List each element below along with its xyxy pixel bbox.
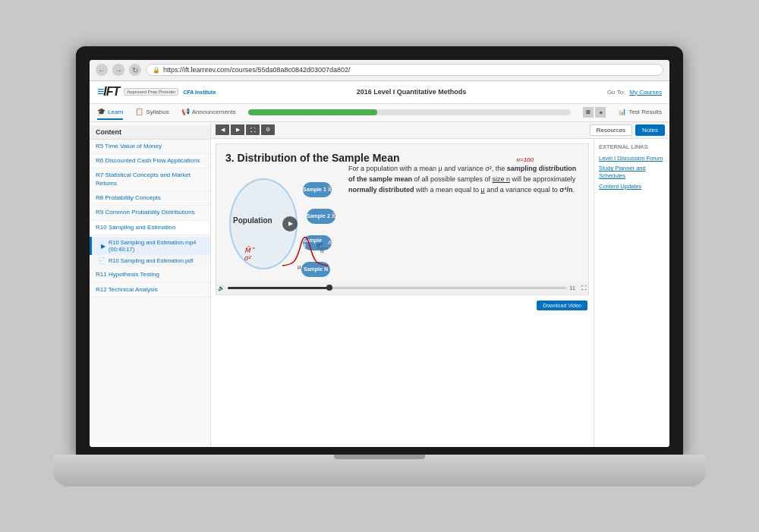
laptop-base: [53, 455, 706, 486]
goto-label: Go To:: [607, 89, 625, 96]
download-area: Download Video: [216, 295, 589, 300]
xbar2-icon: x̄: [332, 212, 335, 219]
video-file-label: R10 Sampling and Estimation.mp4 (00:49:1…: [109, 239, 201, 253]
external-link-planner[interactable]: Study Planner and Schedules: [599, 165, 665, 180]
right-sidebar: EXTERNAL LINKS Level I Discussion Forum …: [594, 139, 669, 447]
nav-syllabus-label: Syllabus: [146, 109, 168, 115]
slide-content: 3. Distribution of the Sample Mean n=100…: [216, 144, 588, 292]
right-panel: ◀ ▶ ⛶ ⚙ Resources Notes: [211, 122, 669, 447]
population-diagram: Population M̃ ˜σ² Sample 1 x̄ Sample: [225, 163, 339, 285]
sample2-label: Sample 2: [307, 213, 330, 219]
nav-learn[interactable]: 🎓 Learn: [97, 105, 123, 120]
url-text: https://ift.learnrev.com/courses/55da08a…: [163, 66, 351, 74]
laptop-bezel: ← → ↻ 🔒 https://ift.learnrev.com/courses…: [76, 46, 683, 456]
sidebar-item-r10[interactable]: R10 Sampling and Estimation: [90, 221, 210, 235]
video-thumb[interactable]: [326, 285, 332, 291]
announcements-icon: 📢: [181, 108, 190, 115]
nav-announcements[interactable]: 📢 Announcements: [181, 105, 236, 120]
external-link-updates[interactable]: Content Updates: [599, 183, 665, 190]
url-bar[interactable]: 🔒 https://ift.learnrev.com/courses/55da0…: [146, 64, 663, 76]
video-fill: [228, 287, 329, 289]
slide-text: For a population with a mean μ and varia…: [348, 163, 579, 196]
list-view-btn[interactable]: ≡: [595, 107, 606, 118]
pdf-file-label: R10 Sampling and Estimation.pdf: [109, 257, 193, 264]
sample-bubble-1: Sample 1 x̄: [303, 182, 332, 197]
sidebar-item-r12[interactable]: R12 Technical Analysis: [90, 283, 210, 297]
grid-view-btn[interactable]: ⊞: [583, 107, 594, 118]
browser-chrome: ← → ↻ 🔒 https://ift.learnrev.com/courses…: [90, 60, 669, 81]
sidebar-item-r8[interactable]: R8 Probability Concepts: [90, 191, 210, 206]
external-link-forum[interactable]: Level I Discussion Forum: [599, 155, 665, 162]
forward-button[interactable]: →: [112, 64, 124, 76]
approved-badge: Approved Prep Provider: [124, 88, 178, 96]
next-slide-btn[interactable]: ▶: [231, 124, 244, 135]
ift-logo: ≡IFT: [97, 85, 119, 99]
sample-bubble-2: Sample 2 x̄: [307, 209, 335, 224]
goto-area: Go To: My Courses: [607, 89, 662, 96]
pdf-file-icon: 📄: [99, 257, 106, 264]
svg-text:μ: μ: [298, 263, 301, 269]
sidebar-file-pdf[interactable]: 📄 R10 Sampling and Estimation.pdf: [90, 255, 210, 266]
sidebar-item-r7[interactable]: R7 Statistical Concepts and Market Retur…: [90, 168, 210, 191]
sample1-label: Sample 1: [303, 187, 326, 192]
play-button[interactable]: [282, 216, 298, 231]
video-file-icon: ▶: [101, 243, 106, 250]
fullscreen-icon[interactable]: ⛶: [581, 285, 587, 291]
cfa-badge: CFA Institute: [183, 90, 216, 95]
sidebar: Content R5 Time Value of Money R6 Discou…: [90, 122, 211, 447]
slide-frame: 3. Distribution of the Sample Mean n=100…: [216, 143, 589, 295]
browser-window: ← → ↻ 🔒 https://ift.learnrev.com/courses…: [90, 60, 669, 447]
logo-area: ≡IFT Approved Prep Provider CFA Institut…: [97, 85, 216, 99]
sidebar-item-r9[interactable]: R9 Common Probability Distributions: [90, 206, 210, 220]
population-mu: M̃ ˜σ²: [244, 247, 254, 262]
video-time: 11: [569, 285, 575, 291]
app-header: ≡IFT Approved Prep Provider CFA Institut…: [90, 81, 669, 104]
resources-tab[interactable]: Resources: [590, 124, 632, 136]
external-links-header: EXTERNAL LINKS: [599, 143, 665, 150]
refresh-button[interactable]: ↻: [129, 64, 141, 76]
download-video-btn[interactable]: Download Video: [537, 301, 587, 310]
course-title: 2016 Level I Quantitative Methods: [357, 88, 467, 96]
nav-announcements-label: Announcements: [192, 109, 236, 115]
xbar1-icon: x̄: [328, 186, 332, 193]
svg-text:n: n: [320, 247, 323, 254]
sidebar-item-r6[interactable]: R6 Discounted Cash Flow Applications: [90, 154, 210, 168]
main-content: Content R5 Time Value of Money R6 Discou…: [90, 122, 669, 447]
settings-btn[interactable]: ⚙: [261, 124, 275, 135]
my-courses-link[interactable]: My Courses: [629, 89, 662, 96]
sidebar-file-video[interactable]: ▶ R10 Sampling and Estimation.mp4 (00:49…: [90, 237, 210, 255]
test-results-icon: 📊: [618, 108, 626, 115]
sidebar-header: Content: [90, 125, 210, 140]
video-track[interactable]: [228, 287, 566, 289]
population-label: Population: [233, 216, 272, 225]
sidebar-subgroup-r10: ▶ R10 Sampling and Estimation.mp4 (00:49…: [90, 235, 210, 268]
lock-icon: 🔒: [153, 67, 160, 74]
back-button[interactable]: ←: [96, 64, 108, 76]
nav-syllabus[interactable]: 📋 Syllabus: [135, 105, 168, 120]
nav-bar: 🎓 Learn 📋 Syllabus 📢 Announcements ⊞ ≡: [90, 104, 669, 122]
laptop-wrapper: ← → ↻ 🔒 https://ift.learnrev.com/courses…: [53, 46, 706, 486]
video-area: 3. Distribution of the Sample Mean n=100…: [211, 139, 594, 447]
volume-icon: 🔊: [218, 285, 225, 291]
normal-curve-chart: μ σ² n: [279, 231, 332, 269]
nav-test-results[interactable]: 📊 Test Results: [618, 105, 662, 120]
fullscreen-btn[interactable]: ⛶: [246, 124, 260, 135]
syllabus-icon: 📋: [135, 108, 143, 115]
prev-slide-btn[interactable]: ◀: [216, 124, 229, 135]
slide-body: Population M̃ ˜σ² Sample 1 x̄ Sample: [225, 163, 579, 285]
view-toggle: ⊞ ≡: [583, 107, 606, 118]
progress-bar-container: [248, 109, 572, 115]
nav-test-results-label: Test Results: [628, 109, 662, 115]
nav-learn-label: Learn: [108, 109, 123, 115]
video-progress-bar: 🔊 11 ⛶: [216, 282, 588, 294]
notes-tab[interactable]: Notes: [635, 124, 665, 136]
learn-icon: 🎓: [97, 108, 106, 115]
progress-bar-fill: [248, 109, 377, 115]
sidebar-item-r5[interactable]: R5 Time Value of Money: [90, 140, 210, 154]
sidebar-item-r11[interactable]: R11 Hypothesis Testing: [90, 268, 210, 282]
